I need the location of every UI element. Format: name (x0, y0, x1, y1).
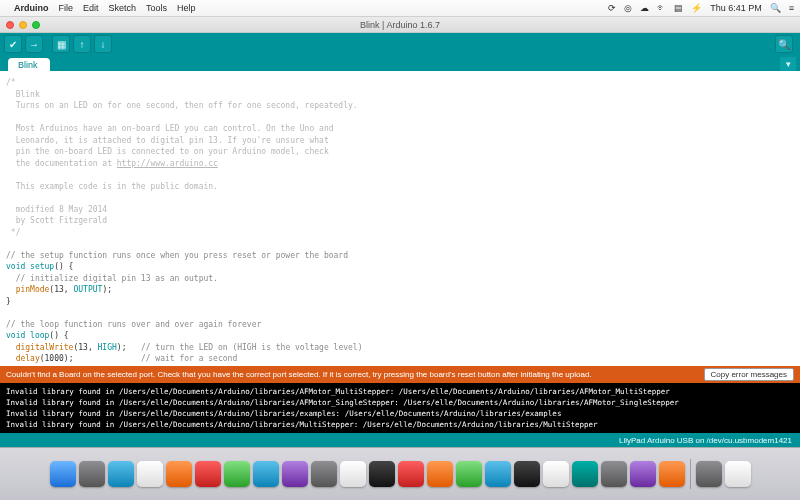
notification-icon[interactable]: ≡ (789, 3, 794, 13)
app-menu[interactable]: Arduino (14, 3, 49, 13)
dock-downloads[interactable] (696, 461, 722, 487)
cloud-icon[interactable]: ☁ (640, 3, 649, 13)
tab-menu-button[interactable]: ▾ (780, 57, 796, 71)
board-status: LilyPad Arduino USB on /dev/cu.usbmodem1… (619, 436, 792, 445)
arduino-toolbar: ✔ → ▦ ↑ ↓ 🔍 (0, 33, 800, 55)
open-sketch-button[interactable]: ↑ (73, 35, 91, 53)
code-editor[interactable]: /* Blink Turns on an LED on for one seco… (0, 71, 800, 366)
dock-app[interactable] (456, 461, 482, 487)
dock-app[interactable] (311, 461, 337, 487)
error-bar: Couldn't find a Board on the selected po… (0, 366, 800, 383)
menu-edit[interactable]: Edit (83, 3, 99, 13)
dock-app[interactable] (427, 461, 453, 487)
dock-app[interactable] (253, 461, 279, 487)
flag-icon[interactable]: ▤ (674, 3, 683, 13)
battery-icon[interactable]: ⚡ (691, 3, 702, 13)
dock-app[interactable] (601, 461, 627, 487)
menu-file[interactable]: File (59, 3, 74, 13)
window-titlebar: Blink | Arduino 1.6.7 (0, 17, 800, 33)
dock-safari[interactable] (108, 461, 134, 487)
macos-menubar: Arduino File Edit Sketch Tools Help ⟳ ◎ … (0, 0, 800, 17)
menu-sketch[interactable]: Sketch (109, 3, 137, 13)
dock-app[interactable] (398, 461, 424, 487)
minimize-button[interactable] (19, 21, 27, 29)
window-title: Blink | Arduino 1.6.7 (0, 20, 800, 30)
dock-app[interactable] (166, 461, 192, 487)
save-sketch-button[interactable]: ↓ (94, 35, 112, 53)
dock-arduino[interactable] (572, 461, 598, 487)
dock-app[interactable] (195, 461, 221, 487)
console-line: Invalid library found in /Users/elle/Doc… (6, 398, 679, 407)
dock-app[interactable] (369, 461, 395, 487)
dock-app[interactable] (485, 461, 511, 487)
verify-button[interactable]: ✔ (4, 35, 22, 53)
output-console[interactable]: Invalid library found in /Users/elle/Doc… (0, 383, 800, 433)
window-controls (6, 21, 40, 29)
doc-link[interactable]: http://www.arduino.cc (117, 159, 218, 168)
dock-app[interactable] (282, 461, 308, 487)
status-bar: LilyPad Arduino USB on /dev/cu.usbmodem1… (0, 433, 800, 447)
menu-tools[interactable]: Tools (146, 3, 167, 13)
dock-trash[interactable] (725, 461, 751, 487)
serial-monitor-button[interactable]: 🔍 (775, 35, 793, 53)
upload-button[interactable]: → (25, 35, 43, 53)
spotlight-icon[interactable]: 🔍 (770, 3, 781, 13)
dock-app[interactable] (659, 461, 685, 487)
display-icon[interactable]: ◎ (624, 3, 632, 13)
clock[interactable]: Thu 6:41 PM (710, 3, 762, 13)
tab-blink[interactable]: Blink (8, 58, 50, 71)
dock-app[interactable] (630, 461, 656, 487)
menu-help[interactable]: Help (177, 3, 196, 13)
copy-error-button[interactable]: Copy error messages (704, 368, 794, 381)
dock-mail[interactable] (137, 461, 163, 487)
close-button[interactable] (6, 21, 14, 29)
dock-app[interactable] (543, 461, 569, 487)
dock-app[interactable] (224, 461, 250, 487)
sync-icon[interactable]: ⟳ (608, 3, 616, 13)
console-line: Invalid library found in /Users/elle/Doc… (6, 420, 598, 429)
console-line: Invalid library found in /Users/elle/Doc… (6, 409, 561, 418)
tab-label: Blink (18, 60, 38, 70)
dock-app[interactable] (79, 461, 105, 487)
maximize-button[interactable] (32, 21, 40, 29)
new-sketch-button[interactable]: ▦ (52, 35, 70, 53)
dock-app[interactable] (514, 461, 540, 487)
macos-dock (0, 447, 800, 500)
console-line: Invalid library found in /Users/elle/Doc… (6, 387, 670, 396)
dock-app[interactable] (340, 461, 366, 487)
error-message: Couldn't find a Board on the selected po… (6, 370, 592, 379)
sketch-tabbar: Blink ▾ (0, 55, 800, 71)
dock-finder[interactable] (50, 461, 76, 487)
dock-separator (690, 459, 691, 489)
wifi-icon[interactable]: ᯤ (657, 3, 666, 13)
